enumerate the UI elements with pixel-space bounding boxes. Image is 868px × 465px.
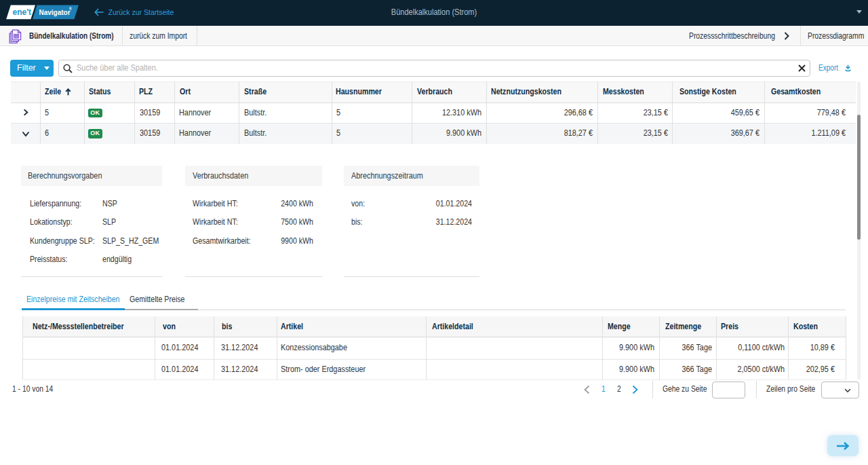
svg-text:ene't: ene't <box>13 7 32 17</box>
